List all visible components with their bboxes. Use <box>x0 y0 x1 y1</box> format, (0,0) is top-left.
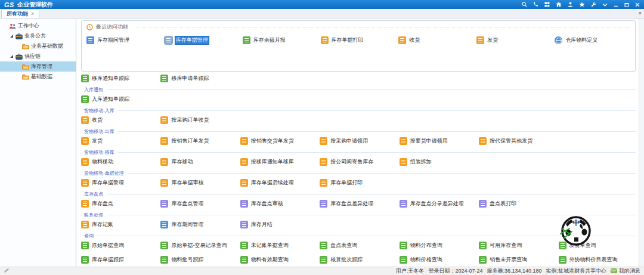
star-icon[interactable] <box>579 2 585 7</box>
function-item[interactable]: 按移库通知单移库 <box>240 157 317 166</box>
function-item[interactable]: 按要货申请领用 <box>400 137 476 146</box>
function-item[interactable]: 库存盘点 <box>81 199 158 208</box>
function-item[interactable]: 库存余额月报 <box>243 36 318 45</box>
function-icon <box>160 200 168 208</box>
function-item[interactable]: 物料价格查询 <box>400 255 476 264</box>
function-item[interactable]: 按销售订单发货 <box>160 137 237 146</box>
function-item[interactable]: 库存月结 <box>240 220 317 229</box>
function-icon <box>555 36 562 44</box>
tab-close-icon[interactable]: × <box>31 11 34 17</box>
search-icon[interactable] <box>522 2 527 7</box>
function-item[interactable]: 移库通知单跟踪 <box>81 74 158 83</box>
function-item[interactable]: 按采购申请领用 <box>320 137 397 146</box>
function-item[interactable]: 外协物料价目表查询 <box>559 255 636 264</box>
function-label: 物料有效期查询 <box>251 256 289 264</box>
function-icon <box>240 158 248 166</box>
function-item[interactable]: 库存单据管理 <box>165 36 240 45</box>
function-item[interactable]: 按公司间寄售库存 <box>320 157 397 166</box>
sidebar-item[interactable]: 基础数据 <box>0 72 76 82</box>
function-item[interactable]: 按代保管其他发货 <box>479 137 556 146</box>
function-item[interactable]: 按采购订单收货 <box>160 116 237 125</box>
phone-icon[interactable] <box>533 2 538 7</box>
tree-expand-icon[interactable] <box>9 35 14 38</box>
tabbar-corner-close-icon[interactable]: × <box>639 10 642 16</box>
function-label: 库存期间管理 <box>171 221 203 228</box>
tab-all-functions[interactable]: 所有功能 × <box>1 9 39 18</box>
wrench-icon[interactable] <box>591 2 596 7</box>
function-item[interactable]: 移库申请单跟踪 <box>160 74 237 83</box>
function-item[interactable]: 库存单据管理 <box>81 178 158 187</box>
function-item[interactable]: 库存盘点管理 <box>160 199 237 208</box>
function-icon <box>81 221 89 228</box>
function-label: 发货 <box>487 36 498 44</box>
status-user: 用户:王冬冬 <box>396 267 425 275</box>
function-icon <box>400 242 407 249</box>
home-icon[interactable] <box>556 2 562 7</box>
function-item[interactable]: 按销售交货单发货 <box>240 137 317 146</box>
function-item[interactable]: 库存盘点差异处理 <box>320 199 397 208</box>
apps-icon[interactable] <box>544 2 550 7</box>
tree-expand-icon[interactable] <box>9 55 14 58</box>
function-item[interactable]: 物料批号跟踪 <box>160 255 237 264</box>
function-item[interactable]: 销售未开票查询 <box>479 255 556 264</box>
function-icon <box>320 200 327 208</box>
function-item[interactable]: 入库通知单跟踪 <box>81 95 158 104</box>
section-divider <box>107 194 636 194</box>
my-messages-label: 我的消息 <box>619 267 640 275</box>
function-item[interactable]: 盘点表打印 <box>479 199 556 208</box>
function-item[interactable]: 库存移动 <box>160 157 237 166</box>
function-item[interactable]: 库存单据后续处理 <box>240 178 317 187</box>
my-messages-link[interactable]: 我的消息 <box>611 267 640 275</box>
function-item[interactable]: 库存期间管理 <box>160 220 237 229</box>
function-label: 按销售订单发货 <box>171 137 209 145</box>
function-item[interactable]: 原始单据查询 <box>81 241 158 250</box>
function-item[interactable]: 物料移动 <box>81 157 158 166</box>
user-icon[interactable] <box>568 2 573 7</box>
section-divider <box>118 131 636 132</box>
function-item[interactable]: 核算批次跟踪 <box>320 255 397 264</box>
minimize-icon[interactable] <box>614 2 618 7</box>
function-item[interactable]: 仓库物料定义 <box>555 36 630 45</box>
function-label: 库存记账 <box>92 221 113 228</box>
vertical-scrollbar[interactable] <box>639 18 644 267</box>
function-item[interactable]: 库存单据打印 <box>320 178 397 187</box>
function-item[interactable]: 发货单查询 <box>559 241 636 250</box>
section-header: 货物移动-出库 <box>81 128 636 135</box>
sidebar-item[interactable]: 供应链 <box>0 51 76 61</box>
tabbar: 所有功能 × × <box>0 9 644 18</box>
function-label: 原始单据查询 <box>92 242 124 249</box>
function-item[interactable]: 发货 <box>81 137 158 146</box>
function-label: 收货 <box>92 116 103 124</box>
function-item[interactable]: 库存单据审核 <box>160 178 237 187</box>
maximize-icon[interactable] <box>624 2 629 7</box>
function-item[interactable]: 盘点表查询 <box>320 241 397 250</box>
function-label: 按移库通知单移库 <box>251 158 294 166</box>
section-grid: 收货按采购订单收货 <box>81 114 636 127</box>
sidebar-item[interactable]: 业务公共 <box>0 31 76 41</box>
chevron-down-icon[interactable] <box>602 3 608 7</box>
section-divider <box>118 152 636 153</box>
function-label: 库存盘点审核 <box>251 200 283 208</box>
function-item[interactable]: 库存记账 <box>81 220 158 229</box>
section-grid: 移库通知单跟踪移库申请单跟踪 <box>81 72 636 85</box>
close-icon[interactable] <box>635 2 640 7</box>
function-item[interactable]: 收货 <box>81 116 158 125</box>
function-item[interactable]: 组装拆卸 <box>400 157 476 166</box>
function-item[interactable]: 库存期间管理 <box>86 36 162 45</box>
function-icon <box>320 137 327 145</box>
function-item[interactable]: 发货 <box>476 36 552 45</box>
function-item[interactable]: 物料有效期查询 <box>240 255 317 264</box>
function-item[interactable]: 未记账单据查询 <box>240 241 317 250</box>
sidebar-item[interactable]: 业务基础数据 <box>0 41 76 51</box>
function-item[interactable]: 物料分布查询 <box>400 241 476 250</box>
function-item[interactable]: 库存单据打印 <box>321 36 397 45</box>
function-item[interactable]: 库存单据跟踪 <box>81 255 158 264</box>
function-item[interactable]: 收货 <box>398 36 474 45</box>
function-label: 库存单据管理 <box>92 179 124 187</box>
sidebar-item[interactable]: 库存管理 <box>0 61 76 72</box>
function-item[interactable]: 库存盘点分录差异处理 <box>400 199 476 208</box>
sidebar-item[interactable]: 工作中心 <box>0 21 76 31</box>
function-item[interactable]: 可用库存查询 <box>479 241 556 250</box>
function-item[interactable]: 库存盘点审核 <box>240 199 317 208</box>
function-item[interactable]: 原始单据-交易记录查询 <box>160 241 237 250</box>
